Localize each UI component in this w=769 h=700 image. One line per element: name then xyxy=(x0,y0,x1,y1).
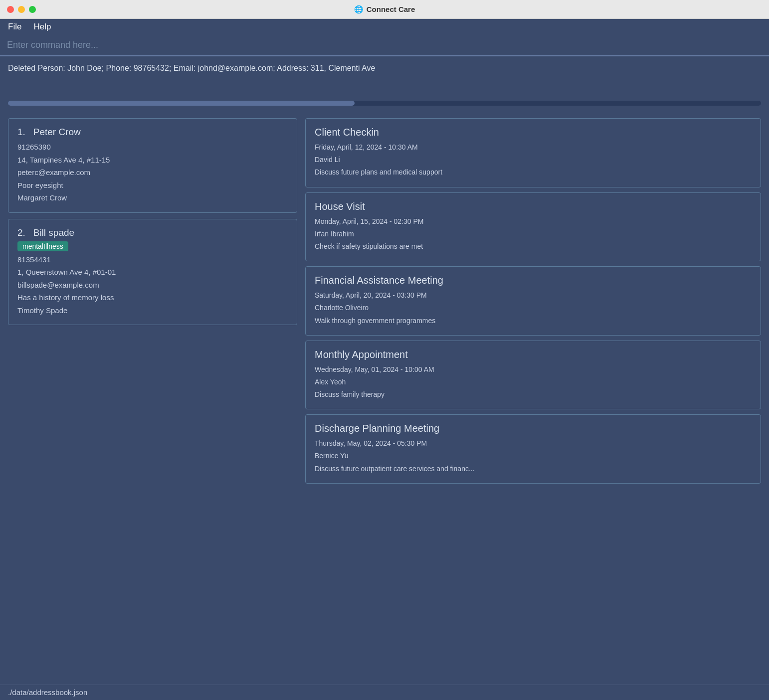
person-2-tag: mentalIllness xyxy=(17,241,68,251)
menu-file[interactable]: File xyxy=(8,22,21,32)
person-1-condition: Poor eyesight xyxy=(17,179,288,192)
appointment-4-description: Discuss family therapy xyxy=(315,388,752,401)
scrollbar-track[interactable] xyxy=(8,101,761,106)
appointment-card-1[interactable]: Client Checkin Friday, April, 12, 2024 -… xyxy=(305,118,761,187)
person-2-address: 1, Queenstown Ave 4, #01-01 xyxy=(17,266,288,279)
status-bar: ./data/addressbook.json xyxy=(0,685,769,700)
app-icon: 🌐 xyxy=(354,5,364,14)
person-2-condition: Has a history of memory loss xyxy=(17,291,288,304)
appointment-1-title: Client Checkin xyxy=(315,127,752,138)
appointment-4-datetime: Wednesday, May, 01, 2024 - 10:00 AM xyxy=(315,363,752,376)
command-area xyxy=(0,35,769,56)
appointment-3-datetime: Saturday, April, 20, 2024 - 03:30 PM xyxy=(315,289,752,302)
person-1-email: peterc@example.com xyxy=(17,166,288,179)
person-1-address: 14, Tampines Ave 4, #11-15 xyxy=(17,154,288,167)
window-controls xyxy=(7,6,36,13)
person-card-2[interactable]: 2. Bill spade mentalIllness 81354431 1, … xyxy=(8,219,297,326)
command-input[interactable] xyxy=(7,40,762,50)
title-bar: 🌐 Connect Care xyxy=(0,0,769,19)
menu-help[interactable]: Help xyxy=(33,22,51,32)
appointment-card-5[interactable]: Discharge Planning Meeting Thursday, May… xyxy=(305,414,761,484)
main-content: 1. Peter Crow 91265390 14, Tampines Ave … xyxy=(0,110,769,685)
person-2-name: 2. Bill spade xyxy=(17,227,288,238)
person-2-nok: Timothy Spade xyxy=(17,304,288,317)
person-1-name: 1. Peter Crow xyxy=(17,127,288,138)
output-area: Deleted Person: John Doe; Phone: 9876543… xyxy=(0,56,769,96)
appointment-5-datetime: Thursday, May, 02, 2024 - 05:30 PM xyxy=(315,437,752,450)
appointment-4-person: Alex Yeoh xyxy=(315,376,752,388)
appointment-5-title: Discharge Planning Meeting xyxy=(315,423,752,434)
maximize-button[interactable] xyxy=(29,6,36,13)
appointment-2-description: Check if safety stipulations are met xyxy=(315,240,752,253)
appointments-panel: Client Checkin Friday, April, 12, 2024 -… xyxy=(305,118,761,677)
appointment-card-3[interactable]: Financial Assistance Meeting Saturday, A… xyxy=(305,266,761,336)
appointment-3-description: Walk through government programmes xyxy=(315,315,752,327)
appointment-1-description: Discuss future plans and medical support xyxy=(315,166,752,178)
appointment-5-person: Bernice Yu xyxy=(315,450,752,462)
output-text: Deleted Person: John Doe; Phone: 9876543… xyxy=(8,62,761,74)
minimize-button[interactable] xyxy=(18,6,25,13)
scrollbar-area xyxy=(0,96,769,110)
close-button[interactable] xyxy=(7,6,14,13)
appointment-2-datetime: Monday, April, 15, 2024 - 02:30 PM xyxy=(315,215,752,228)
appointment-card-2[interactable]: House Visit Monday, April, 15, 2024 - 02… xyxy=(305,192,761,262)
person-2-phone: 81354431 xyxy=(17,253,288,266)
scrollbar-thumb[interactable] xyxy=(8,101,355,106)
person-2-email: billspade@example.com xyxy=(17,279,288,292)
appointment-3-person: Charlotte Oliveiro xyxy=(315,302,752,314)
status-path: ./data/addressbook.json xyxy=(8,688,87,697)
person-1-nok: Margaret Crow xyxy=(17,191,288,204)
appointment-5-description: Discuss future outpatient care services … xyxy=(315,463,752,475)
person-2-tag-container: mentalIllness xyxy=(17,241,288,253)
appointment-card-4[interactable]: Monthly Appointment Wednesday, May, 01, … xyxy=(305,341,761,410)
person-card-1[interactable]: 1. Peter Crow 91265390 14, Tampines Ave … xyxy=(8,118,297,213)
menu-bar: File Help xyxy=(0,19,769,35)
appointment-2-title: House Visit xyxy=(315,201,752,212)
app-title: 🌐 Connect Care xyxy=(354,5,415,14)
appointment-3-title: Financial Assistance Meeting xyxy=(315,275,752,286)
persons-panel: 1. Peter Crow 91265390 14, Tampines Ave … xyxy=(8,118,297,677)
appointment-1-datetime: Friday, April, 12, 2024 - 10:30 AM xyxy=(315,141,752,154)
person-1-phone: 91265390 xyxy=(17,141,288,154)
appointment-2-person: Irfan Ibrahim xyxy=(315,228,752,240)
appointment-4-title: Monthly Appointment xyxy=(315,349,752,360)
appointment-1-person: David Li xyxy=(315,154,752,166)
